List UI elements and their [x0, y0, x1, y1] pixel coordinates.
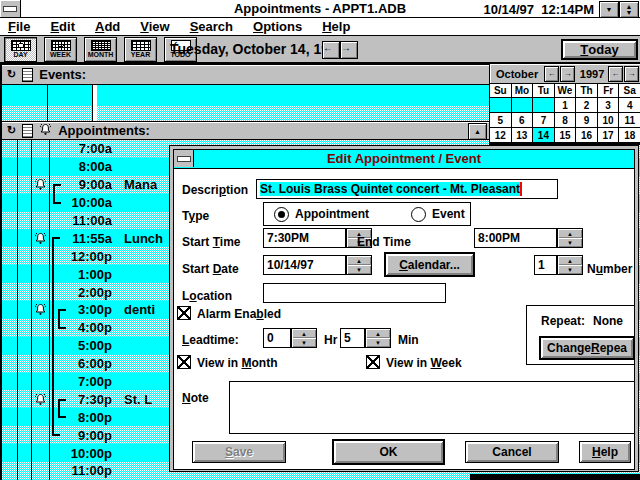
calendar-day-cell[interactable]: 15 — [555, 128, 576, 142]
ok-button[interactable]: OK — [332, 439, 445, 465]
bell-icon — [34, 393, 47, 406]
calendar-day-cell[interactable]: 2 — [576, 98, 597, 112]
spin-down-icon[interactable]: ▼ — [292, 338, 316, 347]
row-column — [0, 408, 18, 426]
time-label: 11:55a — [50, 231, 112, 246]
toolbar-button-day[interactable]: DAY — [4, 37, 37, 62]
spin-down-icon[interactable]: ▼ — [558, 265, 582, 274]
time-label: 9:00a — [50, 177, 112, 192]
spin-up-icon[interactable]: ▲ — [558, 229, 582, 238]
spin-down-icon[interactable]: ▼ — [366, 338, 390, 347]
alarm-column — [32, 247, 50, 265]
calendar-day-cell[interactable]: 14 — [533, 128, 554, 142]
spin-up-icon[interactable]: ▲ — [366, 329, 390, 338]
menu-item-add[interactable]: Add — [85, 19, 130, 34]
toolbar-button-year[interactable]: YEAR — [124, 37, 157, 62]
leadtime-hr-input[interactable]: 0 — [263, 328, 291, 348]
row-column — [18, 462, 32, 480]
calendar-day-cell[interactable]: 11 — [619, 113, 640, 127]
spin-down-icon[interactable]: ▼ — [347, 265, 371, 274]
save-button[interactable]: Save — [192, 441, 286, 463]
description-input[interactable]: St. Louis Brass Quintet concert - Mt. Pl… — [256, 179, 558, 199]
change-repeat-button[interactable]: Change Repea — [539, 336, 634, 360]
menu-item-view[interactable]: View — [130, 19, 179, 34]
calendar-day-cell[interactable]: 4 — [619, 98, 640, 112]
calendar-day-cell[interactable]: 6 — [512, 113, 533, 127]
down-arrow-icon: ▼ — [606, 7, 613, 13]
alarm-column — [32, 158, 50, 176]
calendar-day-cell[interactable]: 10 — [598, 113, 619, 127]
toolbar-button-month[interactable]: MONTH — [84, 37, 117, 62]
time-label: 12:00p — [50, 249, 112, 264]
restore-button[interactable]: ▲▼ — [619, 1, 639, 18]
previous-year-button[interactable]: ← — [608, 66, 623, 82]
view-in-week-checkbox[interactable] — [366, 355, 380, 369]
start-date-input[interactable]: 10/14/97 — [263, 255, 346, 275]
calendar-day-cell[interactable]: 8 — [555, 113, 576, 127]
minimize-button[interactable]: ▼ — [599, 1, 619, 18]
next-month-button[interactable]: → — [560, 66, 575, 82]
dialog-title-bar[interactable]: Edit Appointment / Event — [174, 150, 634, 169]
menu-item-file[interactable]: File — [0, 19, 40, 34]
calendar-day-grid: 123456789101112131415161718 — [490, 98, 640, 142]
events-row[interactable] — [0, 85, 489, 106]
toolbar-button-week[interactable]: WEEK — [44, 37, 77, 62]
calendar-day-cell[interactable]: 1 — [555, 98, 576, 112]
calendar-day-cell — [533, 98, 554, 112]
alarm-column — [32, 212, 50, 230]
spin-up-icon[interactable]: ▲ — [292, 329, 316, 338]
events-row[interactable] — [0, 106, 489, 121]
menu-item-search[interactable]: Search — [180, 19, 243, 34]
calendar-day-cell[interactable]: 5 — [490, 113, 511, 127]
spin-up-icon[interactable]: ▲ — [558, 256, 582, 265]
cancel-button[interactable]: Cancel — [465, 441, 559, 463]
menu-item-options[interactable]: Options — [243, 19, 312, 34]
row-column — [18, 426, 32, 444]
calendar-day-cell[interactable]: 13 — [512, 128, 533, 142]
start-time-input[interactable]: 7:30PM — [263, 228, 346, 248]
calendar-day-cell[interactable]: 17 — [598, 128, 619, 142]
end-time-spinner[interactable]: ▲▼ — [557, 228, 583, 248]
calendar-day-cell[interactable]: 7 — [533, 113, 554, 127]
menu-item-help[interactable]: Help — [312, 19, 360, 34]
number-input[interactable]: 1 — [534, 255, 557, 275]
previous-day-button[interactable]: ← — [322, 41, 340, 59]
view-in-month-checkbox[interactable] — [177, 355, 191, 369]
calendar-day-cell[interactable]: 16 — [576, 128, 597, 142]
calendar-day-header: Th — [576, 84, 597, 97]
note-textarea[interactable] — [229, 381, 634, 434]
leadtime-min-input[interactable]: 5 — [340, 328, 365, 348]
spin-down-icon[interactable]: ▼ — [558, 238, 582, 247]
calendar-day-cell[interactable]: 3 — [598, 98, 619, 112]
previous-month-button[interactable]: ← — [544, 66, 559, 82]
scroll-up-button[interactable]: ▲ — [468, 123, 487, 140]
calendar-day-cell[interactable]: 12 — [490, 128, 511, 142]
calendar-day-cell[interactable]: 9 — [576, 113, 597, 127]
help-button[interactable]: Help — [579, 441, 631, 463]
alarm-enabled-checkbox[interactable] — [177, 306, 191, 320]
row-column — [0, 373, 18, 391]
row-column — [18, 319, 32, 337]
type-appointment-radio[interactable]: Appointment — [274, 207, 369, 222]
leadtime-min-spinner[interactable]: ▲▼ — [365, 328, 391, 348]
calendar-day-cell[interactable]: 18 — [619, 128, 640, 142]
spin-up-icon[interactable]: ▲ — [347, 256, 371, 265]
row-column — [18, 337, 32, 355]
menu-item-edit[interactable]: Edit — [40, 19, 85, 34]
end-time-input[interactable]: 8:00PM — [474, 228, 557, 248]
row-column — [0, 229, 18, 247]
next-day-button[interactable]: → — [340, 41, 358, 59]
number-spinner[interactable]: ▲▼ — [557, 255, 583, 275]
today-button[interactable]: Today — [561, 39, 638, 60]
row-column — [18, 265, 32, 283]
calendar-day-cell — [512, 98, 533, 112]
alarm-column — [32, 301, 50, 319]
leadtime-hr-spinner[interactable]: ▲▼ — [291, 328, 317, 348]
location-input[interactable] — [263, 283, 446, 303]
toolbar-button-label: YEAR — [131, 51, 150, 59]
start-date-spinner[interactable]: ▲▼ — [346, 255, 372, 275]
type-event-radio[interactable]: Event — [411, 207, 465, 222]
next-year-button[interactable]: → — [624, 66, 639, 82]
calendar-button[interactable]: Calendar... — [384, 252, 475, 277]
appointment-label: Mana — [112, 177, 157, 192]
